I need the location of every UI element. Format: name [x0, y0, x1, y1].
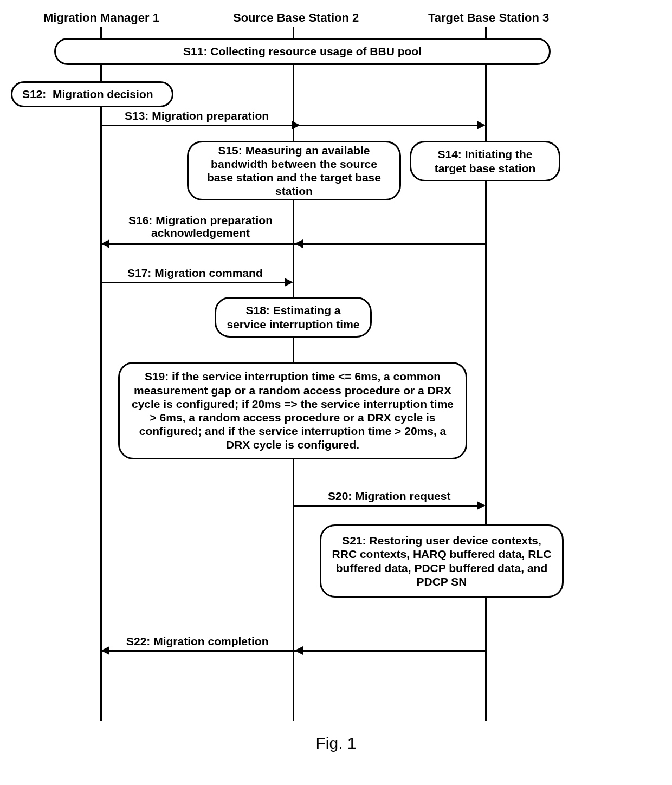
arrowhead-s13-mid: [292, 121, 300, 129]
arrow-s22a: [294, 650, 485, 652]
arrow-s20: [294, 505, 477, 507]
arrowhead-s17: [285, 278, 293, 287]
figure-caption: Fig. 1: [11, 734, 661, 752]
node-s11: S11: Collecting resource usage of BBU po…: [54, 38, 551, 65]
arrowhead-s16a: [294, 239, 303, 248]
participant-source-base-station: Source Base Station 2: [233, 11, 359, 25]
arrow-s17: [102, 282, 286, 283]
label-s16: S16: Migration preparation acknowledgeme…: [122, 214, 279, 239]
arrowhead-s20: [477, 501, 486, 510]
label-s20: S20: Migration request: [328, 490, 450, 502]
node-s14: S14: Initiating the target base station: [410, 141, 560, 181]
arrow-s16a: [294, 243, 485, 245]
node-s21: S21: Restoring user device contexts, RRC…: [320, 524, 564, 598]
label-s13: S13: Migration preparation: [125, 109, 269, 122]
node-s19: S19: if the service interruption time <=…: [118, 362, 467, 459]
sequence-diagram: Migration Manager 1 Source Base Station …: [11, 11, 661, 758]
participant-migration-manager: Migration Manager 1: [43, 11, 159, 25]
label-s22: S22: Migration completion: [126, 635, 269, 647]
arrowhead-s13-end: [477, 121, 486, 129]
node-s12: S12: Migration decision: [11, 81, 173, 107]
lifeline-target-base-station: [485, 27, 487, 721]
arrow-s22b: [102, 650, 293, 652]
arrowhead-s22a: [294, 646, 303, 655]
lifeline-migration-manager: [100, 27, 102, 721]
arrowhead-s22b: [101, 646, 109, 655]
participant-target-base-station: Target Base Station 3: [428, 11, 549, 25]
arrowhead-s16b: [101, 239, 109, 248]
arrow-s13: [102, 125, 477, 126]
arrow-s16b: [102, 243, 293, 245]
node-s15: S15: Measuring an available bandwidth be…: [187, 141, 401, 200]
node-s18: S18: Estimating a service interruption t…: [215, 297, 372, 338]
label-s17: S17: Migration command: [127, 267, 263, 279]
